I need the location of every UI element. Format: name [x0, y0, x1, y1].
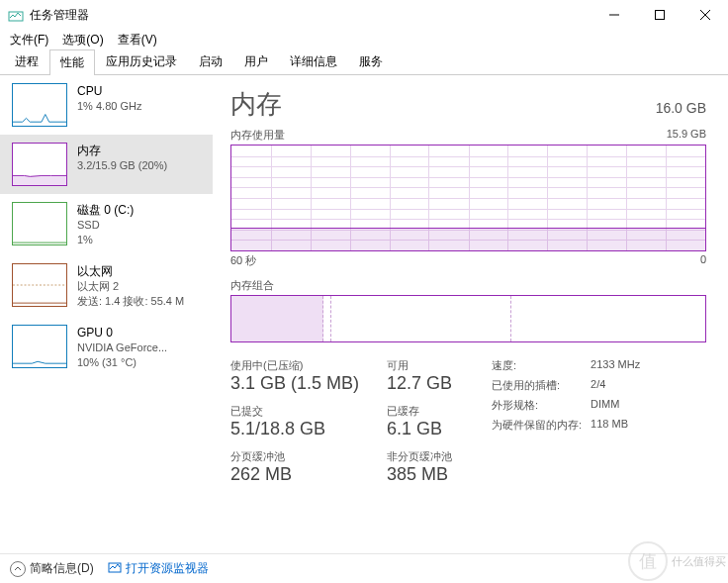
- cpu-thumb-icon: [12, 83, 67, 127]
- stat-cached-label: 已缓存: [387, 404, 452, 419]
- comp-in-use: [231, 296, 323, 341]
- sidebar-item-sub: 以太网 2: [77, 279, 184, 294]
- memory-usage-graph[interactable]: [230, 145, 706, 251]
- tab-performance[interactable]: 性能: [49, 49, 95, 75]
- svg-rect-2: [656, 11, 665, 20]
- tab-details[interactable]: 详细信息: [279, 49, 348, 74]
- slots-value: 2/4: [591, 378, 605, 393]
- detail-capacity: 16.0 GB: [656, 100, 706, 116]
- maximize-button[interactable]: [637, 0, 682, 30]
- svg-rect-5: [13, 175, 66, 185]
- menubar: 文件(F) 选项(O) 查看(V): [0, 30, 728, 49]
- comp-standby: [331, 296, 511, 341]
- app-icon: [8, 7, 24, 23]
- close-button[interactable]: [682, 0, 728, 30]
- stat-commit-label: 已提交: [230, 404, 359, 419]
- form-value: DIMM: [591, 398, 619, 413]
- sidebar-item-sub: 3.2/15.9 GB (20%): [77, 158, 167, 173]
- tab-app-history[interactable]: 应用历史记录: [95, 49, 188, 74]
- open-resmon-label: 打开资源监视器: [126, 560, 209, 577]
- graph-usage-fill: [231, 228, 705, 250]
- tab-startup[interactable]: 启动: [188, 49, 233, 74]
- stat-paged: 262 MB: [230, 464, 359, 485]
- menu-view[interactable]: 查看(V): [112, 30, 163, 50]
- tab-services[interactable]: 服务: [348, 49, 394, 74]
- stats-right: 速度:2133 MHz 已使用的插槽:2/4 外形规格:DIMM 为硬件保留的内…: [492, 358, 640, 485]
- slots-label: 已使用的插槽:: [492, 378, 591, 393]
- stat-commit: 5.1/18.8 GB: [230, 419, 359, 439]
- bottombar: 简略信息(D) 打开资源监视器: [0, 553, 728, 583]
- stat-paged-label: 分页缓冲池: [230, 449, 359, 464]
- sidebar-item-label: 内存: [77, 143, 167, 158]
- resmon-icon: [108, 560, 122, 577]
- gpu-thumb-icon: [12, 325, 67, 368]
- detail-title: 内存: [230, 87, 282, 122]
- minimize-button[interactable]: [592, 0, 637, 30]
- stat-avail-label: 可用: [387, 358, 452, 373]
- hw-reserved-value: 118 MB: [591, 418, 628, 433]
- fewer-details-label: 简略信息(D): [30, 560, 94, 577]
- graph-time-right: 0: [700, 253, 706, 268]
- composition-label: 内存组合: [230, 278, 706, 293]
- sidebar-item-sub: SSD: [77, 218, 134, 233]
- tabbar: 进程 性能 应用历史记录 启动 用户 详细信息 服务: [0, 49, 728, 75]
- sidebar-item-sub: NVIDIA GeForce...: [77, 340, 167, 355]
- graph-label: 内存使用量: [230, 128, 285, 143]
- graph-max: 15.9 GB: [667, 128, 706, 143]
- stat-in-use: 3.1 GB (1.5 MB): [230, 373, 359, 394]
- titlebar-title: 任务管理器: [30, 7, 592, 24]
- sidebar-item-label: CPU: [77, 83, 141, 99]
- ethernet-thumb-icon: [12, 263, 67, 307]
- sidebar-item-ethernet[interactable]: 以太网 以太网 2 发送: 1.4 接收: 55.4 M: [0, 255, 213, 317]
- tab-users[interactable]: 用户: [233, 49, 279, 74]
- menu-options[interactable]: 选项(O): [56, 30, 109, 50]
- form-label: 外形规格:: [492, 398, 591, 413]
- menu-file[interactable]: 文件(F): [4, 30, 54, 50]
- speed-value: 2133 MHz: [591, 358, 640, 373]
- sidebar-item-label: 以太网: [77, 263, 184, 279]
- fewer-details-button[interactable]: 简略信息(D): [10, 560, 94, 577]
- comp-free: [511, 296, 705, 341]
- chevron-up-icon: [10, 561, 26, 577]
- sidebar-item-sub2: 10% (31 °C): [77, 355, 167, 370]
- sidebar: CPU 1% 4.80 GHz 内存 3.2/15.9 GB (20%) 磁盘 …: [0, 75, 213, 553]
- open-resmon-link[interactable]: 打开资源监视器: [108, 560, 209, 577]
- memory-composition-graph[interactable]: [230, 295, 706, 342]
- sidebar-item-memory[interactable]: 内存 3.2/15.9 GB (20%): [0, 135, 213, 194]
- detail-pane: 内存 16.0 GB 内存使用量 15.9 GB: [213, 75, 728, 553]
- tab-processes[interactable]: 进程: [4, 49, 49, 74]
- titlebar: 任务管理器: [0, 0, 728, 30]
- hw-reserved-label: 为硬件保留的内存:: [492, 418, 591, 433]
- memory-thumb-icon: [12, 143, 67, 186]
- comp-modified: [323, 296, 330, 341]
- sidebar-item-disk[interactable]: 磁盘 0 (C:) SSD 1%: [0, 194, 213, 255]
- speed-label: 速度:: [492, 358, 591, 373]
- stat-cached: 6.1 GB: [387, 419, 452, 439]
- sidebar-item-label: GPU 0: [77, 325, 167, 340]
- sidebar-item-sub2: 发送: 1.4 接收: 55.4 M: [77, 294, 184, 309]
- graph-time-left: 60 秒: [230, 253, 256, 268]
- sidebar-item-sub: 1% 4.80 GHz: [77, 99, 141, 114]
- stat-avail: 12.7 GB: [387, 373, 452, 394]
- stat-in-use-label: 使用中(已压缩): [230, 358, 359, 373]
- sidebar-item-label: 磁盘 0 (C:): [77, 202, 134, 218]
- stat-nonpaged-label: 非分页缓冲池: [387, 449, 452, 464]
- stat-nonpaged: 385 MB: [387, 464, 452, 485]
- sidebar-item-cpu[interactable]: CPU 1% 4.80 GHz: [0, 75, 213, 135]
- stats-left: 使用中(已压缩) 3.1 GB (1.5 MB) 可用 12.7 GB 已提交 …: [230, 358, 452, 485]
- sidebar-item-gpu[interactable]: GPU 0 NVIDIA GeForce... 10% (31 °C): [0, 317, 213, 378]
- disk-thumb-icon: [12, 202, 67, 245]
- sidebar-item-sub2: 1%: [77, 233, 134, 247]
